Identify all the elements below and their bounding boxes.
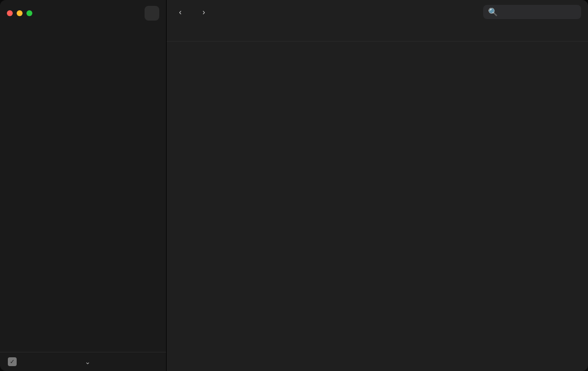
prev-week-button[interactable]: ‹ bbox=[173, 5, 187, 19]
allday-row bbox=[167, 24, 588, 42]
my-calendars-dropdown[interactable]: ⌄ bbox=[85, 358, 91, 366]
minimize-icon[interactable] bbox=[17, 10, 23, 16]
calendar-checkbox[interactable]: ✓ bbox=[8, 357, 17, 366]
toolbar: ‹ › 🔍 bbox=[167, 0, 588, 24]
next-week-button[interactable]: › bbox=[197, 5, 211, 19]
add-event-button[interactable] bbox=[145, 6, 159, 21]
mini-calendar bbox=[0, 32, 166, 37]
agenda-list[interactable] bbox=[0, 37, 166, 352]
search-field[interactable]: 🔍 bbox=[483, 5, 581, 19]
chevron-down-icon: ⌄ bbox=[85, 358, 91, 366]
close-icon[interactable] bbox=[7, 10, 13, 16]
sidebar: ✓ ⌄ bbox=[0, 0, 167, 371]
week-grid[interactable] bbox=[167, 42, 588, 371]
main-panel: ‹ › 🔍 bbox=[167, 0, 588, 371]
window-controls bbox=[7, 10, 32, 16]
search-input[interactable] bbox=[501, 8, 587, 16]
search-icon: 🔍 bbox=[488, 7, 498, 17]
maximize-icon[interactable] bbox=[26, 10, 32, 16]
